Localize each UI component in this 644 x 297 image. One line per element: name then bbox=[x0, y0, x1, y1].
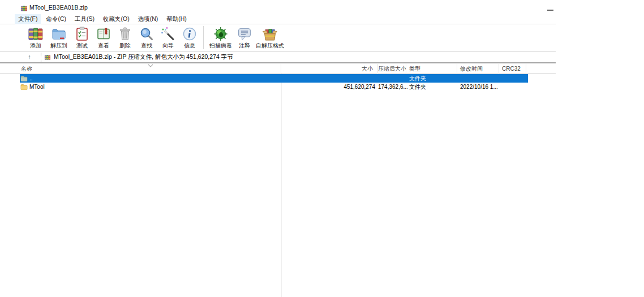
menu-tools[interactable]: 工具(S) bbox=[71, 14, 98, 24]
cell-packed bbox=[378, 74, 406, 83]
name-column-divider bbox=[281, 74, 282, 297]
menu-favorites[interactable]: 收藏夹(O) bbox=[100, 14, 133, 24]
add-button-label: 添加 bbox=[30, 42, 41, 50]
selection-highlight bbox=[20, 74, 528, 83]
test-button-label: 测试 bbox=[76, 42, 88, 50]
delete-button[interactable]: 删除 bbox=[114, 26, 136, 50]
menu-commands[interactable]: 命令(C) bbox=[42, 14, 70, 24]
find-button[interactable]: 查找 bbox=[136, 26, 157, 50]
separator-line bbox=[0, 62, 556, 63]
winrar-archive-icon bbox=[28, 26, 44, 42]
find-magnifier-icon bbox=[139, 26, 154, 42]
column-header-name[interactable]: 名称 bbox=[0, 64, 281, 74]
test-clipboard-icon bbox=[74, 26, 90, 42]
list-column-header: 名称 大小 压缩后大小 类型 修改时间 CRC32 bbox=[0, 64, 556, 74]
address-text: MTool_EB3EA01B.zip - ZIP 压缩文件, 解包大小为 451… bbox=[54, 53, 233, 61]
view-button[interactable]: 查看 bbox=[93, 26, 114, 50]
column-header-modified[interactable]: 修改时间 bbox=[457, 64, 499, 74]
window-title: MTool_EB3EA01B.zip bbox=[29, 4, 88, 11]
winrar-window: MTool_EB3EA01B.zip 文件(F) 命令(C) 工具(S) 收藏夹… bbox=[0, 0, 556, 297]
wizard-wand-icon bbox=[160, 26, 176, 42]
wizard-button[interactable]: 向导 bbox=[157, 26, 179, 50]
delete-button-label: 删除 bbox=[119, 42, 131, 50]
find-button-label: 查找 bbox=[141, 42, 152, 50]
comment-bubble-icon bbox=[237, 26, 252, 42]
sort-chevron-icon bbox=[148, 64, 153, 67]
menu-bar: 文件(F) 命令(C) 工具(S) 收藏夹(O) 选项(N) 帮助(H) bbox=[0, 15, 556, 24]
info-button[interactable]: 信息 bbox=[179, 26, 200, 50]
sfx-button[interactable]: 自解压格式 bbox=[254, 26, 286, 50]
extract-folder-icon bbox=[51, 26, 67, 42]
toolbar: 添加 解压到 测试 bbox=[0, 25, 556, 51]
column-header-size[interactable]: 大小 bbox=[281, 64, 378, 74]
cell-modified: 2022/10/16 1... bbox=[460, 83, 498, 91]
add-button[interactable]: 添加 bbox=[25, 26, 46, 50]
minimize-button[interactable] bbox=[546, 6, 556, 14]
sfx-box-icon bbox=[262, 26, 278, 42]
list-item-parent-dir[interactable]: .. 文件夹 bbox=[0, 74, 556, 83]
cell-packed: 174,362,6... bbox=[378, 83, 406, 91]
up-one-level-button[interactable]: ↑ bbox=[25, 53, 34, 61]
extract-to-button-label: 解压到 bbox=[50, 42, 67, 50]
extract-to-button[interactable]: 解压到 bbox=[46, 26, 71, 50]
delete-trash-icon bbox=[117, 26, 133, 42]
menu-file[interactable]: 文件(F) bbox=[15, 14, 41, 24]
virus-scan-icon bbox=[213, 26, 229, 42]
sfx-button-label: 自解压格式 bbox=[256, 42, 284, 50]
list-item-mtool-folder[interactable]: MTool 451,620,274 174,362,6... 文件夹 2022/… bbox=[0, 83, 556, 91]
zip-archive-icon bbox=[44, 54, 51, 61]
parent-folder-icon bbox=[20, 75, 28, 81]
wizard-button-label: 向导 bbox=[162, 42, 174, 50]
column-header-type[interactable]: 类型 bbox=[406, 64, 457, 74]
cell-name: .. bbox=[29, 74, 33, 83]
cell-type: 文件夹 bbox=[409, 74, 426, 83]
toolbar-separator bbox=[203, 26, 204, 49]
cell-name: MTool bbox=[29, 83, 45, 91]
info-button-label: 信息 bbox=[184, 42, 195, 50]
column-header-crc32[interactable]: CRC32 bbox=[499, 64, 526, 74]
minimize-icon bbox=[547, 10, 553, 11]
comment-button-label: 注释 bbox=[239, 42, 250, 50]
cell-size: 451,620,274 bbox=[281, 83, 375, 91]
comment-button[interactable]: 注释 bbox=[235, 26, 254, 50]
cell-type: 文件夹 bbox=[409, 83, 426, 91]
winrar-app-icon bbox=[20, 5, 28, 12]
view-button-label: 查看 bbox=[98, 42, 109, 50]
menu-options[interactable]: 选项(N) bbox=[135, 14, 162, 24]
view-book-icon bbox=[96, 26, 111, 42]
info-icon bbox=[182, 26, 198, 42]
menu-help[interactable]: 帮助(H) bbox=[163, 14, 190, 24]
address-bar[interactable]: MTool_EB3EA01B.zip - ZIP 压缩文件, 解包大小为 451… bbox=[41, 53, 552, 62]
cell-size bbox=[281, 74, 375, 83]
column-header-packed[interactable]: 压缩后大小 bbox=[378, 64, 406, 74]
folder-icon bbox=[20, 84, 28, 90]
test-button[interactable]: 测试 bbox=[71, 26, 93, 50]
scan-virus-button[interactable]: 扫描病毒 bbox=[207, 26, 235, 50]
scan-virus-button-label: 扫描病毒 bbox=[209, 42, 232, 50]
title-bar: MTool_EB3EA01B.zip bbox=[0, 0, 556, 15]
